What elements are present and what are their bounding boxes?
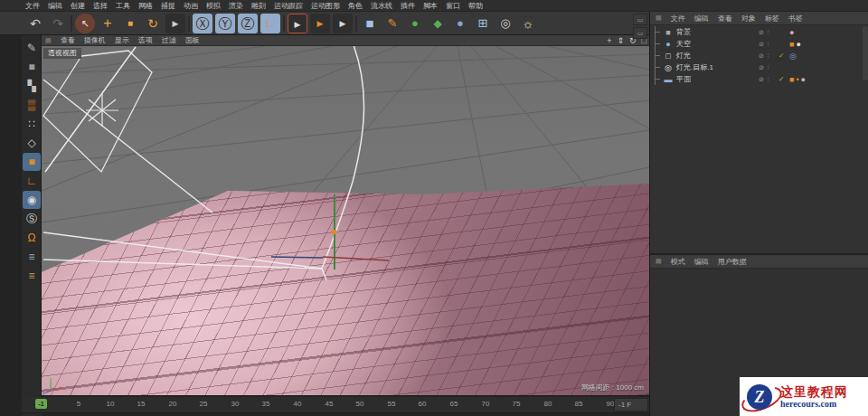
- make-editable-icon[interactable]: ■: [23, 58, 41, 76]
- visibility-dots-icon[interactable]: ∶: [768, 76, 770, 82]
- menubar-item[interactable]: 运动跟踪: [274, 1, 303, 11]
- current-frame-field[interactable]: -1 F: [614, 398, 648, 411]
- camera-button[interactable]: ◎: [495, 14, 515, 33]
- visibility-toggles[interactable]: ⊘ ∶: [759, 29, 770, 36]
- menubar-item[interactable]: 运动图形: [311, 1, 340, 11]
- object-name[interactable]: 平面: [676, 74, 691, 84]
- menubar-item[interactable]: 帮助: [468, 1, 483, 11]
- visibility-toggles[interactable]: ⊘ ∶: [759, 52, 770, 60]
- viewport-menu-item[interactable]: 选项: [138, 35, 153, 45]
- menubar-item[interactable]: 窗口: [446, 1, 460, 11]
- compositing-tag[interactable]: ■: [789, 40, 794, 49]
- frame-tick-label[interactable]: 80: [544, 400, 552, 408]
- enable-snap-icon[interactable]: Ω: [23, 229, 41, 247]
- visibility-dots-icon[interactable]: ∶: [768, 29, 770, 35]
- edges-mode-icon[interactable]: ◇: [23, 134, 41, 152]
- render-view-button[interactable]: ▶: [288, 14, 307, 33]
- object-manager-menu-item[interactable]: 编辑: [694, 14, 709, 24]
- viewport-scene[interactable]: 网格间距 : 1000 cm: [42, 46, 649, 395]
- solo-mode-icon[interactable]: Ⓢ: [23, 210, 41, 228]
- viewport-menu-item[interactable]: 摄像机: [84, 35, 106, 45]
- layout-palette-icon[interactable]: ▭: [633, 14, 647, 25]
- frame-tick-label[interactable]: 30: [231, 400, 240, 408]
- visibility-toggles[interactable]: ⊘ ∶: [759, 41, 770, 48]
- object-row[interactable]: ● 天空 ⊘ ∶ ■●: [650, 38, 868, 50]
- render-picture-viewer-button[interactable]: ▶: [310, 14, 330, 33]
- menubar-item[interactable]: 捕捉: [161, 1, 175, 11]
- add-cube-button[interactable]: ■: [360, 14, 380, 33]
- object-row[interactable]: ▬ 平面 ⊘ ∶ ✓ ■•●: [650, 73, 868, 85]
- view-name-label[interactable]: 透视视图: [43, 48, 81, 59]
- visibility-dots-icon[interactable]: ∶: [768, 52, 770, 59]
- move-tool-icon[interactable]: +: [98, 14, 118, 33]
- menubar-item[interactable]: 雕刻: [251, 1, 266, 11]
- separator[interactable]: [71, 15, 72, 32]
- frame-tick-label[interactable]: 45: [326, 400, 334, 408]
- perspective-viewport[interactable]: 网格间距 : 1000 cm ▤ 查看摄像机显示选项过滤面板 +⇕↻□ 透视视图: [42, 35, 649, 395]
- x-axis-lock-button[interactable]: Ⓧ: [193, 14, 212, 33]
- last-used-tool-icon[interactable]: ▶: [165, 14, 185, 33]
- workplane-lock-icon[interactable]: ≡: [23, 248, 41, 266]
- visibility-dots-icon[interactable]: ∶: [768, 64, 770, 71]
- panel-grip-icon[interactable]: ▤: [45, 37, 52, 44]
- mograph-cloner-button[interactable]: ◆: [428, 14, 448, 33]
- menubar-item[interactable]: 模拟: [206, 1, 221, 11]
- pen-tool-icon[interactable]: ✎: [23, 39, 41, 57]
- menubar-item[interactable]: 工具: [116, 1, 130, 11]
- frame-tick-label[interactable]: 40: [294, 400, 302, 408]
- frame-tick-label[interactable]: 55: [388, 400, 396, 408]
- compositing-tag[interactable]: ■: [789, 75, 794, 84]
- viewport-menu-item[interactable]: 查看: [61, 35, 75, 45]
- y-axis-lock-button[interactable]: Ⓨ: [215, 14, 235, 33]
- menubar-item[interactable]: 编辑: [48, 1, 62, 11]
- viewport-menu-item[interactable]: 面板: [185, 35, 200, 45]
- dot-tag[interactable]: •: [796, 75, 798, 84]
- z-axis-lock-button[interactable]: Ⓩ: [238, 14, 258, 33]
- pan-view-icon[interactable]: +: [607, 36, 611, 45]
- light-object-icon[interactable]: □: [663, 52, 674, 61]
- visibility-toggles[interactable]: ⊘ ∶: [759, 76, 770, 83]
- attribute-manager-menu-item[interactable]: 编辑: [694, 257, 709, 267]
- separator[interactable]: [283, 15, 285, 32]
- frame-tick-label[interactable]: 65: [450, 400, 458, 408]
- object-manager-menu-item[interactable]: 对象: [741, 14, 756, 24]
- enabled-check-icon[interactable]: ✓: [778, 75, 785, 83]
- menubar-item[interactable]: 选择: [93, 1, 108, 11]
- viewport-menu-item[interactable]: 过滤: [162, 35, 176, 45]
- menubar-item[interactable]: 动画: [184, 1, 198, 11]
- object-name[interactable]: 天空: [676, 39, 691, 49]
- material-tag-pink[interactable]: ●: [801, 75, 806, 84]
- object-name[interactable]: 灯光.目标.1: [676, 62, 713, 72]
- plane-object-icon[interactable]: ▬: [663, 75, 674, 84]
- light-target-object-icon[interactable]: ◎: [663, 63, 674, 72]
- attribute-manager-menu-item[interactable]: 用户数据: [718, 257, 747, 267]
- points-mode-icon[interactable]: ∷: [23, 115, 41, 133]
- enable-toggle-icon[interactable]: ⊘: [759, 64, 765, 71]
- panel-grip-icon[interactable]: ▤: [656, 258, 662, 265]
- enable-toggle-icon[interactable]: ⊘: [759, 41, 765, 47]
- layout-palette-icon[interactable]: ▭: [633, 27, 647, 39]
- material-tag-cream[interactable]: ●: [796, 40, 800, 49]
- rotate-tool-icon[interactable]: ↻: [143, 14, 163, 33]
- light-button[interactable]: ☼: [518, 14, 538, 33]
- frame-tick-label[interactable]: 70: [482, 400, 490, 408]
- viewport-menu-item[interactable]: 显示: [115, 35, 129, 45]
- enable-toggle-icon[interactable]: ⊘: [759, 52, 765, 59]
- enable-toggle-icon[interactable]: ⊘: [759, 76, 765, 82]
- render-settings-button[interactable]: ▶: [333, 14, 353, 33]
- object-row[interactable]: ■ 背景 ⊘ ∶ ●: [650, 26, 868, 38]
- scale-tool-icon[interactable]: ■: [120, 14, 140, 33]
- menubar-item[interactable]: 脚本: [423, 1, 438, 11]
- visibility-dots-icon[interactable]: ∶: [768, 41, 770, 47]
- dolly-view-icon[interactable]: ⇕: [617, 36, 624, 45]
- frame-tick-label[interactable]: 10: [107, 400, 115, 408]
- frame-tick-label[interactable]: 35: [262, 400, 270, 408]
- spline-pen-button[interactable]: ✎: [382, 14, 402, 33]
- enable-axis-icon[interactable]: ∟: [23, 172, 41, 190]
- object-manager-menu-item[interactable]: 书签: [788, 14, 803, 24]
- menubar-item[interactable]: 创建: [71, 1, 85, 11]
- model-mode-icon[interactable]: ▚: [23, 77, 41, 95]
- environment-button[interactable]: ⊞: [473, 14, 493, 33]
- object-row[interactable]: ◎ 灯光.目标.1 ⊘ ∶: [650, 61, 868, 73]
- sky-object-icon[interactable]: ●: [663, 40, 674, 49]
